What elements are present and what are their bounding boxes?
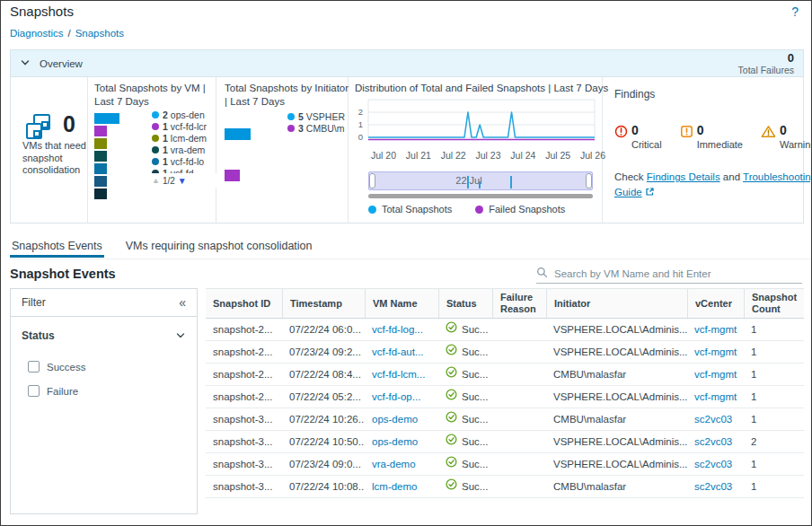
- cell-failure-reason: [492, 341, 546, 363]
- chevron-down-icon: [175, 330, 186, 341]
- cell-vm-name: lcm-demo: [365, 476, 438, 497]
- immediate-icon: [680, 125, 693, 150]
- column-header-snapshot-id[interactable]: Snapshot ID: [206, 289, 282, 318]
- cell-timestamp: 07/22/24 10:08...: [282, 476, 365, 497]
- vm-name-link[interactable]: vcf-fd-op...: [372, 391, 420, 402]
- page-indicator: 1/2: [163, 176, 175, 186]
- column-header-vcenter[interactable]: vCenter: [687, 289, 744, 318]
- legend-count: 1: [163, 145, 168, 155]
- vm-bar-chart: [94, 113, 119, 201]
- findings-items: 0Critical0Immediate0Warning: [614, 124, 812, 150]
- table-row[interactable]: snapshot-3...07/23/24 09:0...vra-demoSuc…: [206, 453, 804, 476]
- page-down-icon[interactable]: ▼: [178, 176, 187, 186]
- page-up-icon[interactable]: ▲: [152, 176, 160, 185]
- filter-panel: Filter « Status SuccessFailure: [10, 288, 198, 514]
- filter-title: Filter: [22, 296, 46, 309]
- x-tick-label: Jul 23: [470, 150, 508, 161]
- checkbox-label: Success: [47, 362, 85, 373]
- status-text: Suc...: [462, 476, 488, 497]
- filter-group-status[interactable]: Status: [11, 317, 197, 342]
- tab-snapshots-events[interactable]: Snapshots Events: [10, 237, 104, 258]
- horizontal-scrollbar[interactable]: [368, 194, 593, 198]
- column-header-timestamp[interactable]: Timestamp: [282, 289, 365, 318]
- critical-icon: [614, 125, 628, 150]
- table-row[interactable]: snapshot-2...07/22/24 05:2...vcf-fd-op..…: [206, 386, 804, 408]
- vcenter-link[interactable]: vcf-mgmt: [694, 391, 737, 402]
- breadcrumb-link-diagnostics[interactable]: Diagnostics: [10, 28, 63, 39]
- time-range-slider[interactable]: 22 Jul: [368, 171, 593, 190]
- table-row[interactable]: snapshot-2...07/23/24 09:2...vcf-fd-aut.…: [206, 341, 804, 364]
- column-header-initiator[interactable]: Initiator: [546, 289, 687, 318]
- vm-name-link[interactable]: vcf-fd-log...: [372, 324, 423, 335]
- vcenter-link[interactable]: vcf-mgmt: [694, 346, 737, 357]
- slider-mini-spike: [479, 181, 481, 188]
- table-row[interactable]: snapshot-3...07/22/24 10:50...ops-demoSu…: [206, 431, 804, 453]
- x-tick-label: Jul 24: [504, 150, 542, 161]
- status-text: Suc...: [462, 341, 488, 363]
- vm-name-link[interactable]: ops-demo: [372, 436, 418, 447]
- legend-item: 2ops-den: [152, 109, 216, 120]
- slider-handle-left[interactable]: [369, 173, 375, 188]
- vcenter-link[interactable]: sc2vc03: [694, 481, 732, 492]
- overview-header[interactable]: Overview 0 Total Failures: [11, 50, 803, 77]
- total-failures-value: 0: [738, 52, 794, 64]
- total-failures: 0 Total Failures: [738, 52, 794, 75]
- slider-mini-spike: [467, 176, 469, 188]
- chevron-down-icon[interactable]: [20, 56, 31, 72]
- breadcrumb-link-snapshots[interactable]: Snapshots: [75, 28, 124, 39]
- table-row[interactable]: snapshot-2...07/22/24 06:0...vcf-fd-log.…: [206, 319, 804, 341]
- column-header-status[interactable]: Status: [438, 289, 492, 318]
- cell-timestamp: 07/23/24 09:0...: [282, 453, 365, 475]
- vcenter-link[interactable]: sc2vc03: [694, 459, 732, 469]
- legend-label: CMBU\m: [306, 123, 345, 134]
- search-input[interactable]: [554, 268, 802, 279]
- vm-name-link[interactable]: vra-demo: [372, 459, 416, 469]
- success-icon: [446, 364, 457, 385]
- success-icon: [446, 319, 457, 340]
- cell-initiator: VSPHERE.LOCAL\Adminis...: [546, 319, 687, 340]
- vm-bar: [94, 176, 107, 187]
- filter-option-failure[interactable]: Failure: [11, 379, 197, 403]
- vm-name-link[interactable]: vcf-fd-lcm...: [372, 369, 425, 380]
- svg-text:0: 0: [358, 132, 363, 142]
- table-row[interactable]: snapshot-3...07/22/24 10:26...ops-demoSu…: [206, 408, 804, 431]
- slider-handle-right[interactable]: [586, 173, 592, 188]
- vm-name-link[interactable]: lcm-demo: [372, 481, 417, 492]
- cell-vm-name: ops-demo: [365, 431, 438, 452]
- cell-vcenter: vcf-mgmt: [687, 386, 744, 408]
- legend-pager: ▲ 1/2 ▼: [152, 173, 216, 188]
- column-header-failure-reason[interactable]: Failure Reason: [492, 289, 546, 318]
- vcenter-link[interactable]: sc2vc03: [694, 436, 732, 447]
- legend-label: VSPHER: [306, 111, 345, 122]
- table-row[interactable]: snapshot-3...07/22/24 10:08...lcm-demoSu…: [206, 476, 804, 498]
- cell-vm-name: vcf-fd-op...: [365, 386, 438, 408]
- vcenter-link[interactable]: sc2vc03: [694, 414, 732, 425]
- external-link-icon[interactable]: [645, 186, 655, 201]
- cell-initiator: VSPHERE.LOCAL\Adminis...: [546, 341, 687, 363]
- column-header-vm-name[interactable]: VM Name: [365, 289, 438, 318]
- tab-vms-requiring-snapshot-consolidation[interactable]: VMs requiring snapshot consolidation: [124, 237, 314, 258]
- vcenter-link[interactable]: vcf-mgmt: [694, 324, 737, 335]
- cell-timestamp: 07/22/24 08:4...: [282, 364, 365, 385]
- cell-status: Suc...: [438, 364, 492, 385]
- checkbox-failure[interactable]: [28, 385, 40, 397]
- vm-name-link[interactable]: vcf-fd-aut...: [372, 346, 424, 357]
- vcenter-link[interactable]: vcf-mgmt: [694, 369, 737, 380]
- finding-count: 0: [780, 124, 812, 136]
- table-row[interactable]: snapshot-2...07/22/24 08:4...vcf-fd-lcm.…: [206, 364, 804, 386]
- vm-name-link[interactable]: ops-demo: [372, 414, 418, 425]
- filter-option-success[interactable]: Success: [11, 355, 197, 379]
- cell-failure-reason: [492, 364, 546, 385]
- checkbox-success[interactable]: [28, 361, 40, 373]
- collapse-panel-icon[interactable]: «: [179, 295, 186, 310]
- help-icon[interactable]: ?: [791, 4, 799, 19]
- cell-snapshot-id: snapshot-3...: [206, 431, 282, 452]
- legend-item: 3CMBU\m: [287, 122, 345, 134]
- cell-snapshot-count: 2: [744, 431, 804, 452]
- findings-details-link[interactable]: Findings Details: [647, 171, 720, 182]
- vm-bar: [94, 151, 107, 162]
- column-header-snapshot-count[interactable]: Snapshot Count: [744, 289, 804, 318]
- finding-critical: 0Critical: [614, 124, 662, 150]
- table-body: snapshot-2...07/22/24 06:0...vcf-fd-log.…: [206, 319, 804, 498]
- legend-dot-icon: [152, 135, 159, 142]
